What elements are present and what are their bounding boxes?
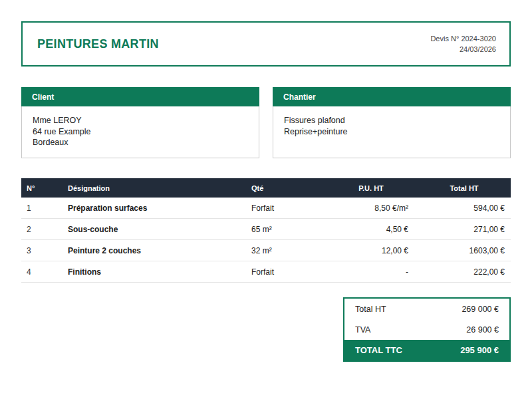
row-num: 4 bbox=[21, 267, 68, 277]
chantier-card: Chantier Fissures plafond Reprise+peintu… bbox=[273, 87, 511, 158]
row-unit-price: 4,50 € bbox=[325, 225, 418, 234]
row-total: 594,00 € bbox=[418, 204, 511, 213]
col-header-qty: Qté bbox=[251, 184, 325, 192]
col-header-unit-price: P.U. HT bbox=[325, 184, 418, 192]
row-designation: Sous-couche bbox=[68, 225, 251, 234]
items-table-header: N° Désignation Qté P.U. HT Total HT bbox=[21, 178, 511, 198]
row-qty: 65 m² bbox=[251, 225, 325, 234]
table-row: 2 Sous-couche 65 m² 4,50 € 271,00 € bbox=[21, 219, 511, 240]
row-qty: Forfait bbox=[251, 204, 325, 213]
row-unit-price: - bbox=[325, 267, 418, 277]
client-name: Mme LEROY bbox=[33, 115, 248, 126]
row-designation: Finitions bbox=[68, 267, 251, 277]
chantier-card-body: Fissures plafond Reprise+peinture bbox=[273, 106, 511, 158]
devis-info: Devis N° 2024-3020 24/03/2026 bbox=[430, 33, 496, 55]
chantier-card-title: Chantier bbox=[273, 87, 511, 106]
row-num: 3 bbox=[21, 246, 68, 255]
client-card-body: Mme LEROY 64 rue Example Bordeaux bbox=[21, 106, 259, 158]
tva-value: 26 900 € bbox=[466, 325, 499, 335]
row-designation: Préparation surfaces bbox=[68, 204, 251, 213]
total-ht-value: 269 000 € bbox=[462, 305, 499, 314]
devis-date: 24/03/2026 bbox=[430, 44, 496, 55]
devis-document: PEINTURES MARTIN Devis N° 2024-3020 24/0… bbox=[0, 0, 532, 417]
row-total: 271,00 € bbox=[418, 225, 511, 234]
row-unit-price: 12,00 € bbox=[325, 246, 418, 255]
row-num: 2 bbox=[21, 225, 68, 234]
info-cards-row: Client Mme LEROY 64 rue Example Bordeaux… bbox=[21, 87, 511, 158]
total-ttc-row: TOTAL TTC 295 900 € bbox=[344, 340, 509, 360]
row-qty: Forfait bbox=[251, 267, 325, 277]
client-card: Client Mme LEROY 64 rue Example Bordeaux bbox=[21, 87, 259, 158]
totals-card: Total HT 269 000 € TVA 26 900 € TOTAL TT… bbox=[343, 297, 511, 362]
total-ttc-value: 295 900 € bbox=[460, 345, 499, 355]
tva-label: TVA bbox=[355, 325, 370, 335]
client-card-title: Client bbox=[21, 87, 259, 106]
chantier-line: Fissures plafond bbox=[284, 115, 499, 126]
total-ttc-label: TOTAL TTC bbox=[355, 345, 402, 355]
tva-row: TVA 26 900 € bbox=[344, 319, 509, 340]
table-row: 3 Peinture 2 couches 32 m² 12,00 € 1603,… bbox=[21, 240, 511, 261]
col-header-total: Total HT bbox=[418, 184, 511, 192]
total-ht-row: Total HT 269 000 € bbox=[344, 299, 509, 319]
chantier-line: Reprise+peinture bbox=[284, 126, 499, 138]
client-address: 64 rue Example bbox=[33, 126, 248, 138]
row-total: 222,00 € bbox=[418, 267, 511, 277]
table-row: 1 Préparation surfaces Forfait 8,50 €/m²… bbox=[21, 198, 511, 219]
header-card: PEINTURES MARTIN Devis N° 2024-3020 24/0… bbox=[21, 21, 511, 67]
col-header-num: N° bbox=[21, 184, 68, 192]
items-table: N° Désignation Qté P.U. HT Total HT 1 Pr… bbox=[21, 178, 511, 283]
client-city: Bordeaux bbox=[33, 137, 248, 148]
row-designation: Peinture 2 couches bbox=[68, 246, 251, 255]
row-num: 1 bbox=[21, 204, 68, 213]
company-name: PEINTURES MARTIN bbox=[37, 37, 159, 51]
table-row: 4 Finitions Forfait - 222,00 € bbox=[21, 261, 511, 283]
devis-number: Devis N° 2024-3020 bbox=[430, 33, 496, 44]
row-unit-price: 8,50 €/m² bbox=[325, 204, 418, 213]
row-qty: 32 m² bbox=[251, 246, 325, 255]
total-ht-label: Total HT bbox=[355, 305, 386, 314]
col-header-designation: Désignation bbox=[68, 184, 251, 192]
row-total: 1603,00 € bbox=[418, 246, 511, 255]
